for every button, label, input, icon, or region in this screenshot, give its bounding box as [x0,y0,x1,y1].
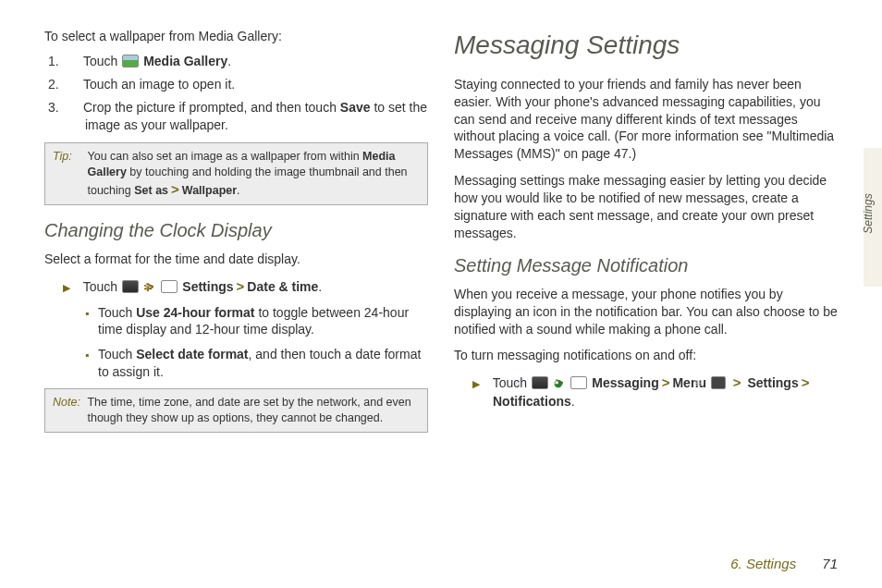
menu-icon [711,376,726,389]
tip-body: You can also set an image as a wallpaper… [87,149,415,199]
clock-sub-1: Touch Use 24-hour format to toggle betwe… [44,304,428,339]
footer-chapter: 6. Settings [730,556,796,571]
app-icon [122,280,139,293]
side-tab: Settings [864,148,882,287]
clock-heading: Changing the Clock Display [44,218,428,243]
footer-page: 71 [822,556,838,571]
messaging-title: Messaging Settings [454,28,838,63]
step-1: 1.Touch Media Gallery. [67,53,428,70]
side-tab-label: Settings [862,193,875,233]
wallpaper-intro: To select a wallpaper from Media Gallery… [44,28,428,45]
notification-p: When you receive a message, your phone n… [454,286,838,338]
messaging-icon [570,376,587,389]
left-column: To select a wallpaper from Media Gallery… [44,28,428,446]
right-column: Messaging Settings Staying connected to … [454,28,838,446]
media-gallery-icon [122,55,139,67]
messaging-p2: Messaging settings make messaging easier… [454,172,838,242]
notification-touch-line: Touch > Messaging>Menu > Settings> Notif… [454,374,838,410]
notification-heading: Setting Message Notification [454,253,838,278]
tip-box: Tip: You can also set an image as a wall… [44,142,428,205]
tip-label: Tip: [53,149,84,165]
messaging-p1: Staying connected to your friends and fa… [454,76,838,163]
note-body: The time, time zone, and date are set by… [87,395,415,426]
note-label: Note: [53,395,84,410]
clock-sub-2: Touch Select date format, and then touch… [44,346,428,381]
notification-instr: To turn messaging notifications on and o… [454,347,838,364]
page-footer: 6. Settings 71 [730,556,838,571]
step-2: 2.Touch an image to open it. [67,76,428,93]
step-3: 3.Crop the picture if prompted, and then… [67,99,428,134]
wallpaper-steps: 1.Touch Media Gallery. 2.Touch an image … [44,53,428,134]
page-content: To select a wallpaper from Media Gallery… [0,0,882,455]
clock-touch-line: Touch > Settings>Date & time. [44,277,428,296]
clock-intro: Select a format for the time and date di… [44,251,428,268]
note-box: Note: The time, time zone, and date are … [44,388,428,433]
settings-icon [161,280,178,293]
app-icon [532,376,548,389]
